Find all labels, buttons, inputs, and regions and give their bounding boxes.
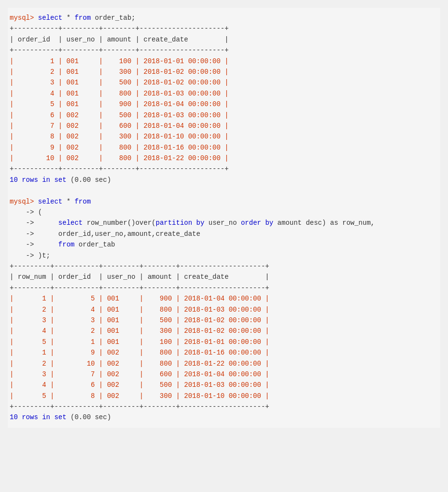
q2-row-5: | 5 | 1 | 001 | 100 | 2018-01-01 00:00:0… [10, 337, 438, 347]
q2-result: 10 rows in set (0.00 sec) [10, 412, 438, 423]
q2-sep2: +---------+-----------+---------+-------… [10, 283, 438, 293]
q1-sep2: +-----------+---------+--------+--------… [10, 45, 438, 55]
q1-header: | order_id | user_no | amount | create_d… [10, 34, 438, 45]
q1-row-2: | 2 | 001 | 300 | 2018-01-02 00:00:00 | [10, 67, 438, 77]
q2-sep3: +---------+-----------+---------+-------… [10, 401, 438, 412]
q1-row-4: | 4 | 001 | 800 | 2018-01-03 00:00:00 | [10, 88, 438, 99]
q2-row-3: | 3 | 3 | 001 | 500 | 2018-01-02 00:00:0… [10, 315, 438, 326]
mysql-prompt: mysql> [10, 14, 38, 22]
q2-row-8: | 3 | 7 | 002 | 600 | 2018-01-04 00:00:0… [10, 369, 438, 380]
q1-row-3: | 3 | 001 | 500 | 2018-01-02 00:00:00 | [10, 77, 438, 88]
query1-prompt-line: mysql> select * from order_tab; [10, 13, 438, 23]
q2-line2: -> ( [10, 207, 438, 218]
q1-row-9: | 9 | 002 | 800 | 2018-01-16 00:00:00 | [10, 142, 438, 153]
q1-sep1: +-----------+---------+--------+--------… [10, 23, 438, 34]
q1-row-7: | 7 | 002 | 600 | 2018-01-04 00:00:00 | [10, 121, 438, 131]
q1-row-5: | 5 | 001 | 900 | 2018-01-04 00:00:00 | [10, 99, 438, 109]
terminal-output: mysql> select * from order_tab; +-------… [8, 8, 440, 428]
q2-row-9: | 4 | 6 | 002 | 500 | 2018-01-03 00:00:0… [10, 380, 438, 390]
q2-row-2: | 2 | 4 | 001 | 800 | 2018-01-03 00:00:0… [10, 304, 438, 315]
q2-row-7: | 2 | 10 | 002 | 800 | 2018-01-22 00:00:… [10, 358, 438, 369]
q2-row-10: | 5 | 8 | 002 | 300 | 2018-01-10 00:00:0… [10, 391, 438, 401]
q2-row-4: | 4 | 2 | 001 | 300 | 2018-01-02 00:00:0… [10, 326, 438, 336]
q2-line5: -> from order_tab [10, 239, 438, 250]
q1-row-6: | 6 | 002 | 500 | 2018-01-03 00:00:00 | [10, 110, 438, 121]
q1-result: 10 rows in set (0.00 sec) [10, 175, 438, 185]
q2-line4: -> order_id,user_no,amount,create_date [10, 229, 438, 239]
q2-line1: mysql> select * from [10, 196, 438, 207]
q2-line6: -> )t; [10, 250, 438, 261]
q2-header: | row_num | order_id | user_no | amount … [10, 272, 438, 282]
blank-line-1 [10, 185, 438, 196]
q2-row-6: | 1 | 9 | 002 | 800 | 2018-01-16 00:00:0… [10, 347, 438, 358]
q1-sep3: +-----------+---------+--------+--------… [10, 164, 438, 174]
q2-line3: -> select row_number()over(partition by … [10, 218, 438, 228]
q1-row-1: | 1 | 001 | 100 | 2018-01-01 00:00:00 | [10, 56, 438, 67]
q1-keyword-select: select [38, 14, 62, 22]
q1-keyword-from: from [74, 14, 91, 22]
q2-sep1: +---------+-----------+---------+-------… [10, 261, 438, 272]
q1-row-10: | 10 | 002 | 800 | 2018-01-22 00:00:00 | [10, 153, 438, 164]
q2-row-1: | 1 | 5 | 001 | 900 | 2018-01-04 00:00:0… [10, 293, 438, 304]
q1-row-8: | 8 | 002 | 300 | 2018-01-10 00:00:00 | [10, 131, 438, 142]
